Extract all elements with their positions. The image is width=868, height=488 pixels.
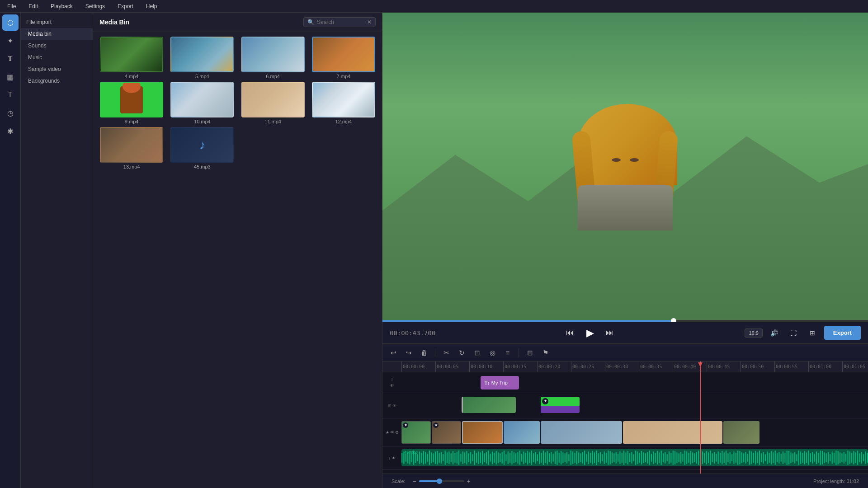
media-thumb-12mp4 bbox=[312, 82, 375, 117]
stabilize-btn[interactable]: ◎ bbox=[486, 347, 499, 359]
svg-rect-64 bbox=[527, 451, 528, 465]
svg-rect-197 bbox=[788, 451, 789, 465]
settings-preview-btn[interactable]: ⊞ bbox=[805, 326, 820, 340]
svg-rect-233 bbox=[859, 453, 860, 462]
undo-btn[interactable]: ↩ bbox=[387, 347, 400, 359]
svg-rect-47 bbox=[494, 453, 495, 463]
export-btn-preview[interactable]: Export bbox=[824, 326, 861, 340]
svg-rect-182 bbox=[759, 450, 760, 465]
file-import-sample-video[interactable]: Sample video bbox=[21, 63, 93, 75]
media-item-10mp4[interactable]: 10.mp4 bbox=[168, 82, 236, 124]
preview-time-decimal: .700 bbox=[420, 329, 435, 337]
svg-rect-148 bbox=[692, 452, 693, 463]
svg-rect-39 bbox=[478, 451, 479, 464]
svg-rect-204 bbox=[802, 453, 803, 463]
crop-btn[interactable]: ⊡ bbox=[471, 347, 483, 359]
main-clip-1[interactable]: ★ bbox=[401, 421, 431, 444]
skip-forward-btn[interactable]: ⏭ bbox=[603, 326, 617, 340]
media-item-5mp4[interactable]: 5.mp4 bbox=[168, 37, 236, 79]
svg-rect-70 bbox=[539, 451, 540, 464]
svg-rect-21 bbox=[443, 454, 443, 461]
main-clip-5[interactable] bbox=[541, 421, 622, 444]
sidebar-transitions-btn[interactable]: ▦ bbox=[2, 69, 19, 85]
play-btn[interactable]: ▶ bbox=[583, 326, 597, 340]
svg-rect-139 bbox=[675, 451, 675, 465]
svg-rect-33 bbox=[466, 451, 467, 465]
audio-waveform[interactable]: 45.mp3 bbox=[401, 449, 868, 466]
sidebar-effects-btn[interactable]: ✦ bbox=[2, 33, 19, 49]
menu-playback[interactable]: Playback bbox=[48, 2, 75, 10]
menu-edit[interactable]: Edit bbox=[26, 2, 41, 10]
media-item-9mp4[interactable]: 9.mp4 bbox=[98, 82, 165, 124]
pip-clip-forest[interactable] bbox=[462, 397, 516, 413]
main-clip-6[interactable] bbox=[623, 421, 722, 444]
title-clip-my-trip[interactable]: Tr My Trip bbox=[481, 376, 519, 389]
sidebar-media-btn[interactable]: ⬡ bbox=[2, 14, 19, 31]
main-clip-4[interactable] bbox=[504, 421, 540, 444]
scale-minus-icon[interactable]: − bbox=[413, 478, 416, 485]
aspect-ratio-btn[interactable]: 16:9 bbox=[745, 328, 762, 338]
main-clip-7[interactable] bbox=[723, 421, 760, 444]
redo-btn[interactable]: ↪ bbox=[402, 347, 415, 359]
pip-clip-greenscreen[interactable]: ★ bbox=[541, 397, 580, 413]
search-clear-icon[interactable]: ✕ bbox=[367, 19, 372, 25]
svg-rect-161 bbox=[718, 451, 719, 464]
media-label-13mp4: 13.mp4 bbox=[123, 164, 140, 169]
svg-rect-0 bbox=[401, 453, 402, 463]
main-clip-3[interactable] bbox=[462, 421, 503, 444]
file-import-header[interactable]: File import bbox=[21, 16, 93, 28]
overlay-btn[interactable]: ⊟ bbox=[524, 347, 536, 359]
svg-rect-158 bbox=[712, 453, 713, 462]
fullscreen-btn[interactable]: ⛶ bbox=[786, 326, 801, 340]
media-item-4mp4[interactable]: 4.mp4 bbox=[98, 37, 165, 79]
sidebar-text-btn[interactable]: T bbox=[2, 87, 19, 103]
list-btn[interactable]: ≡ bbox=[501, 347, 514, 359]
menu-file[interactable]: File bbox=[5, 2, 19, 10]
media-item-11mp4[interactable]: 11.mp4 bbox=[239, 82, 307, 124]
title-clip-icon: Tr bbox=[484, 380, 490, 386]
svg-rect-173 bbox=[741, 452, 742, 463]
main-clip-2[interactable]: ★ bbox=[432, 421, 461, 444]
menu-settings[interactable]: Settings bbox=[83, 2, 108, 10]
media-item-45mp3[interactable]: ♪ 45.mp3 bbox=[168, 127, 236, 169]
file-import-sounds[interactable]: Sounds bbox=[21, 40, 93, 52]
svg-rect-140 bbox=[676, 452, 677, 463]
file-import-media-bin[interactable]: Media bin bbox=[21, 28, 93, 40]
flag-btn[interactable]: ⚑ bbox=[539, 347, 552, 359]
menu-export[interactable]: Export bbox=[115, 2, 136, 10]
preview-progress-thumb[interactable] bbox=[671, 318, 676, 322]
svg-rect-93 bbox=[584, 450, 585, 465]
sidebar-titles-btn[interactable]: 𝐓 bbox=[2, 51, 19, 67]
volume-btn[interactable]: 🔊 bbox=[767, 326, 782, 340]
title-clip-label: My Trip bbox=[491, 380, 508, 385]
search-input[interactable] bbox=[317, 19, 364, 25]
media-item-6mp4[interactable]: 6.mp4 bbox=[239, 37, 307, 79]
audio-track: ♪ 👁 45.mp3 bbox=[382, 446, 868, 470]
cut-btn[interactable]: ✂ bbox=[440, 347, 453, 359]
scale-plus-icon[interactable]: + bbox=[467, 478, 471, 485]
file-import-backgrounds[interactable]: Backgrounds bbox=[21, 75, 93, 87]
menu-help[interactable]: Help bbox=[143, 2, 160, 10]
ruler-25: 00:00:25 bbox=[571, 361, 605, 372]
svg-rect-26 bbox=[453, 451, 453, 465]
svg-rect-17 bbox=[435, 451, 436, 464]
svg-rect-3 bbox=[407, 452, 408, 464]
media-label-5mp4: 5.mp4 bbox=[195, 74, 209, 79]
sidebar-clock-btn[interactable]: ◷ bbox=[2, 105, 19, 121]
media-item-7mp4[interactable]: 7.mp4 bbox=[310, 37, 377, 79]
svg-rect-71 bbox=[541, 453, 542, 463]
scale-slider[interactable]: − + bbox=[413, 478, 471, 485]
media-item-13mp4[interactable]: 13.mp4 bbox=[98, 127, 165, 169]
preview-progress-bar[interactable] bbox=[382, 320, 868, 322]
sidebar-star-btn[interactable]: ✱ bbox=[2, 123, 19, 139]
media-item-12mp4[interactable]: 12.mp4 bbox=[310, 82, 377, 124]
svg-rect-68 bbox=[535, 452, 536, 464]
skip-back-btn[interactable]: ⏮ bbox=[563, 326, 577, 340]
delete-btn[interactable]: 🗑 bbox=[418, 347, 430, 359]
scale-slider-thumb[interactable] bbox=[437, 479, 442, 484]
file-import-music[interactable]: Music bbox=[21, 52, 93, 63]
rotate-btn[interactable]: ↻ bbox=[455, 347, 468, 359]
title-track-text-icon: T bbox=[391, 377, 394, 382]
media-thumb-10mp4 bbox=[170, 82, 234, 117]
svg-rect-35 bbox=[470, 452, 471, 464]
